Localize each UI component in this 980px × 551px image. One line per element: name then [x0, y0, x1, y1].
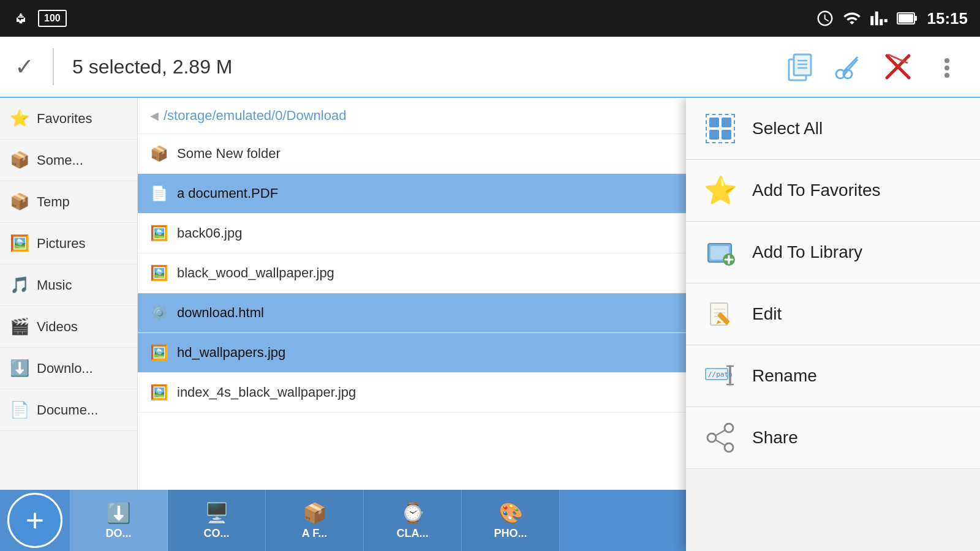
context-menu-item-share[interactable]: Share [686, 407, 980, 469]
svg-line-10 [843, 57, 858, 72]
tab-af-label: A F... [302, 527, 327, 540]
signal-icon [870, 9, 888, 28]
tab-cla[interactable]: ⌚ CLA... [364, 490, 462, 551]
svg-line-37 [716, 430, 725, 435]
image-icon: 🖼️ [150, 384, 168, 401]
favorites-icon: ⭐ [10, 109, 29, 128]
sidebar-item-label: Downlo... [37, 361, 93, 377]
image-icon: 🖼️ [150, 225, 168, 242]
sidebar-item-downloads[interactable]: ⬇️ Downlo... [0, 348, 137, 389]
selection-text: 5 selected, 2.89 M [72, 56, 769, 78]
context-menu: Select All ⭐ Add To Favorites [686, 98, 980, 551]
sidebar-item-label: Music [37, 277, 72, 293]
select-all-icon [703, 111, 737, 146]
delete-button[interactable] [880, 48, 916, 85]
tab-pho-icon: 🎨 [499, 501, 523, 525]
folder-icon: 📦 [150, 145, 168, 162]
tab-cla-label: CLA... [397, 527, 429, 540]
sidebar-item-some[interactable]: 📦 Some... [0, 140, 137, 181]
music-icon: 🎵 [10, 276, 29, 294]
svg-rect-2 [899, 14, 913, 23]
svg-point-16 [944, 66, 949, 70]
file-name: index_4s_black_wallpaper.jpg [177, 384, 356, 400]
battery-icon: 100 [38, 10, 67, 27]
sidebar-item-label: Favorites [37, 111, 92, 127]
add-button[interactable]: + [7, 493, 62, 548]
copy-button[interactable] [782, 48, 818, 85]
context-menu-label: Select All [752, 119, 823, 138]
edit-icon [703, 297, 737, 331]
sidebar: ⭐ Favorites 📦 Some... 📦 Temp 🖼️ Pictures… [0, 98, 138, 551]
context-menu-label: Rename [752, 366, 817, 386]
svg-point-34 [725, 424, 733, 432]
file-list-area: ◀ /storage/emulated/0/Download 📦 Some Ne… [138, 98, 980, 551]
context-menu-item-add-favorites[interactable]: ⭐ Add To Favorites [686, 160, 980, 222]
image-icon: 🖼️ [150, 264, 168, 282]
sidebar-item-videos[interactable]: 🎬 Videos [0, 306, 137, 348]
action-bar: ✓ 5 selected, 2.89 M [0, 37, 980, 98]
context-menu-label: Add To Favorites [752, 181, 881, 200]
sidebar-item-label: Pictures [37, 236, 85, 252]
tab-pho-label: PHO... [494, 527, 527, 540]
share-icon [703, 421, 737, 455]
alarm-icon [816, 9, 834, 28]
current-path: /storage/emulated/0/Download [164, 108, 346, 124]
image-icon: 🖼️ [150, 344, 168, 361]
tab-af[interactable]: 📦 A F... [266, 490, 364, 551]
file-name: download.html [177, 305, 264, 321]
tab-computer[interactable]: 🖥️ CO... [168, 490, 266, 551]
svg-line-38 [716, 440, 725, 445]
path-arrow-icon: ◀ [150, 109, 159, 122]
tab-downloads[interactable]: ⬇️ DO... [70, 490, 168, 551]
sidebar-item-label: Videos [37, 319, 78, 335]
rename-icon: //path [703, 359, 737, 393]
tab-downloads-icon: ⬇️ [107, 501, 131, 525]
sidebar-item-favorites[interactable]: ⭐ Favorites [0, 98, 137, 140]
status-time: 15:15 [927, 9, 968, 28]
wifi-icon [843, 9, 861, 28]
file-name: black_wood_wallpaper.jpg [177, 265, 334, 281]
action-bar-divider [53, 48, 54, 85]
library-icon [703, 235, 737, 269]
sidebar-item-temp[interactable]: 📦 Temp [0, 181, 137, 223]
action-bar-icons [782, 48, 965, 85]
sidebar-item-music[interactable]: 🎵 Music [0, 264, 137, 306]
context-menu-item-rename[interactable]: //path Rename [686, 345, 980, 407]
context-menu-label: Share [752, 428, 798, 448]
scissors-icon [833, 51, 865, 83]
battery-full-icon [897, 11, 919, 26]
some-icon: 📦 [10, 151, 29, 170]
sidebar-item-pictures[interactable]: 🖼️ Pictures [0, 223, 137, 264]
star-icon: ⭐ [703, 173, 737, 208]
tab-cla-icon: ⌚ [401, 501, 425, 525]
sidebar-item-label: Some... [37, 152, 83, 168]
status-right-icons: 15:15 [816, 9, 968, 28]
tab-computer-label: CO... [203, 527, 229, 540]
check-icon[interactable]: ✓ [15, 53, 34, 80]
svg-text://path: //path [708, 370, 733, 378]
status-left-icons: 100 [12, 10, 67, 27]
tab-af-icon: 📦 [303, 501, 327, 525]
sidebar-item-label: Temp [37, 194, 70, 210]
context-menu-label: Edit [752, 304, 782, 324]
pdf-icon: 📄 [150, 185, 168, 202]
context-menu-item-select-all[interactable]: Select All [686, 98, 980, 160]
usb-icon [12, 10, 29, 27]
svg-point-35 [707, 433, 716, 442]
svg-point-17 [944, 73, 949, 78]
temp-icon: 📦 [10, 192, 29, 211]
status-bar: 100 15:15 [0, 0, 980, 37]
cut-button[interactable] [831, 48, 867, 85]
svg-rect-1 [914, 16, 917, 21]
downloads-icon: ⬇️ [10, 359, 29, 378]
file-name: Some New folder [177, 146, 281, 162]
context-menu-item-add-library[interactable]: Add To Library [686, 222, 980, 283]
context-menu-item-edit[interactable]: Edit [686, 283, 980, 345]
tab-pho[interactable]: 🎨 PHO... [462, 490, 560, 551]
file-name: back06.jpg [177, 225, 242, 241]
videos-icon: 🎬 [10, 317, 29, 336]
sidebar-item-documents[interactable]: 📄 Docume... [0, 389, 137, 431]
more-button[interactable] [929, 48, 965, 85]
tab-downloads-label: DO... [105, 527, 131, 540]
more-icon [938, 51, 956, 83]
